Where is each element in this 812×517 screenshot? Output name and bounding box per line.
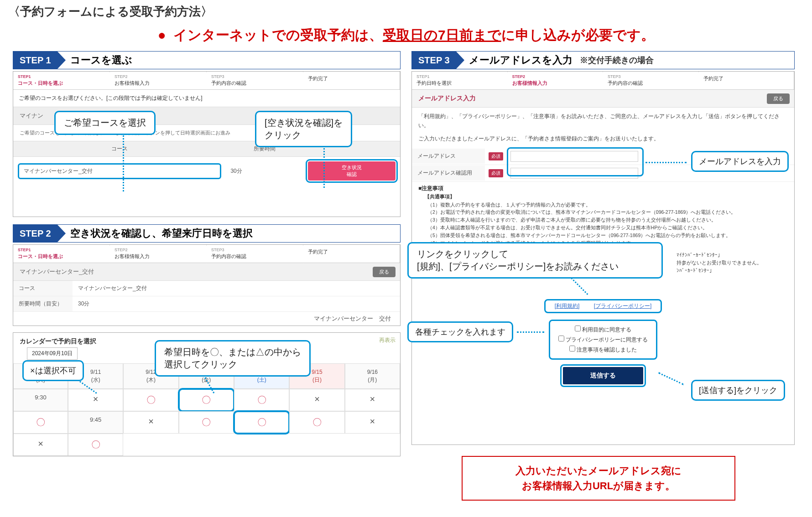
links-row: [利用規約] [プライバシーポリシー] [412, 295, 794, 317]
cal-head-5: 9/16(月) [345, 363, 400, 389]
step1-breadcrumbs: STEP1コース・日時を選ぶ STEP2お客様情報入力 STEP3予約内容の確認… [13, 72, 400, 90]
notice-subheading: 【共通事項】 [412, 193, 794, 200]
notice-heading: ■注意事項 [412, 182, 794, 193]
notice-item: （5）団体受領を希望される場合は、熊本市マイナンバーカードコールセンター（096… [427, 232, 779, 239]
crumb-step1[interactable]: STEP1コース・日時を選ぶ [13, 72, 110, 89]
crumb3-step2[interactable]: STEP2お客様情報入力 [508, 72, 604, 89]
notice-item: （3）受取時に本人確認を行いますので、必ず申請者ご本人が受取の際に必要な持ち物を… [427, 216, 779, 224]
required-badge: 必須 [489, 152, 503, 160]
crumb2-done: 予約完了 [303, 245, 400, 263]
course-name-select[interactable]: マイナンバーセンター_交付 [18, 163, 221, 179]
crumb2-step3: STEP3予約内容の確認 [207, 245, 303, 263]
callout-x-disabled: ×は選択不可 [22, 360, 84, 381]
step2-badge: STEP 2 [13, 225, 57, 242]
th-course: コース [13, 141, 226, 156]
cal-slot: × [289, 389, 344, 411]
crumb3-done: 予約完了 [699, 72, 795, 89]
cal-slot-highlight[interactable]: 〇 [179, 389, 234, 411]
callout-email-input: メールアドレスを入力 [691, 151, 789, 172]
check-agree-privacy[interactable]: プライバシーポリシーに同意する [558, 335, 648, 345]
step3-note: ※交付手続きの場合 [580, 55, 654, 66]
callout-pick-slot: 希望日時を〇、または△の中から 選択してクリック [155, 340, 311, 377]
step1-badge: STEP 1 [13, 52, 57, 69]
crumb-step3: STEP3予約内容の確認 [207, 72, 303, 89]
info-course: コース マイナンバーセンター_交付 [13, 281, 400, 296]
checks-block: 各種チェックを入れます 利用目的に同意する プライバシーポリシーに同意する 注意… [412, 317, 794, 364]
submit-button[interactable]: 送信する [563, 367, 643, 384]
cal-slot[interactable]: 〇 [179, 411, 234, 434]
step3-header: STEP 3 メールアドレスを入力 ※交付手続きの場合 [411, 51, 795, 69]
notice-item: （4）本人確認書類等が不足する場合は、お受け取りできません。交付通知書同封チラシ… [427, 224, 779, 232]
check-confirm-notice[interactable]: 注意事項を確認しました [558, 345, 648, 355]
callout-choose-course: ご希望コースを選択 [54, 111, 156, 135]
warning-suffix: に申し込みが必要です。 [501, 27, 655, 42]
info-course-label: コース [13, 281, 73, 296]
checkbox-icon[interactable] [575, 326, 581, 331]
notice-item: （2）お電話で予約された場合の変更や取消については、熊本市マイナンバーカードコー… [427, 208, 779, 216]
checkbox-icon[interactable] [569, 346, 575, 352]
course-row: マイナンバーセンター_交付 30分 空き状況 確認 [13, 157, 400, 185]
cal-slot: × [345, 411, 400, 434]
warning-underline: 受取日の7日前まで [383, 27, 501, 42]
availability-button[interactable]: 空き状況 確認 [308, 161, 396, 181]
page-title: 〈予約フォームによる受取予約方法〉 [0, 0, 812, 23]
crumb2-step1[interactable]: STEP1コース・日時を選ぶ [13, 245, 110, 263]
redisplay-link[interactable]: 再表示 [375, 335, 400, 346]
back-button-3[interactable]: 戻る [767, 93, 790, 104]
label-email-confirm: メールアドレス確認用 [412, 165, 485, 181]
info-time: 所要時間（目安） 30分 [13, 296, 400, 312]
step3-title: メールアドレスを入力 [469, 53, 573, 67]
crumb3-step1: STEP1予約日時を選択 [412, 72, 508, 89]
cal-slot: × [345, 389, 400, 411]
step3-panel: STEP1予約日時を選択 STEP2お客様情報入力 STEP3予約内容の確認 予… [411, 71, 795, 445]
crumb3-step3: STEP3予約内容の確認 [603, 72, 699, 89]
submit-wrap: 送信する [送信する]をクリック [412, 364, 794, 392]
step2-title: 空き状況を確認し、希望来庁日時を選択 [70, 227, 253, 240]
cal-slot[interactable]: 〇 [68, 434, 123, 456]
notice-item: （1）複数人の予約をする場合は、１人ずつ予約情報の入力が必要です。 [427, 201, 779, 209]
cal-slot[interactable]: 〇 [13, 411, 68, 434]
crumb-step2: STEP2お客様情報入力 [110, 72, 207, 89]
calendar-panel: カレンダーで予約日を選択 2024年09月10日 再表示 (火) 9/11(水)… [13, 332, 401, 456]
crumb-done: 予約完了 [303, 72, 400, 89]
required-badge: 必須 [489, 169, 503, 177]
cal-slot[interactable]: 〇 [289, 411, 344, 434]
step1-header: STEP 1 コースを選ぶ [13, 51, 401, 69]
step1-panel: STEP1コース・日時を選ぶ STEP2お客様情報入力 STEP3予約内容の確認… [13, 71, 401, 217]
warning-banner: インターネットでの受取予約は、受取日の7日前までに申し込みが必要です。 [0, 23, 812, 51]
callout-check-availability: [空き状況を確認]を クリック [255, 111, 352, 147]
cal-slot[interactable]: 〇 [123, 389, 178, 411]
step2-header: STEP 2 空き状況を確認し、希望来庁日時を選択 [13, 224, 401, 243]
callout-checks: 各種チェックを入れます [407, 321, 513, 342]
cal-slot: × [123, 411, 178, 434]
info-course-value: マイナンバーセンター_交付 [73, 281, 400, 296]
cal-slot[interactable]: 〇 [234, 389, 289, 411]
email-body2: ご入力いただきましたメールアドレスに、「予約者さま情報登録のご案内」をお送りいた… [412, 134, 794, 148]
final-message: 入力いただいたメールアドレス宛に お客様情報入力URLが届きます。 [462, 456, 735, 501]
callout-submit: [送信する]をクリック [691, 380, 785, 401]
step3-breadcrumbs: STEP1予約日時を選択 STEP2お客様情報入力 STEP3予約内容の確認 予… [412, 72, 794, 90]
info-time-value: 30分 [73, 296, 400, 311]
step2-subhead: マイナンバーセンター_交付 戻る [13, 263, 400, 281]
course-time: 30分 [226, 167, 303, 175]
step3-badge: STEP 3 [412, 52, 456, 69]
step1-instruction: ご希望のコースをお選びください。[この段階では予約は確定していません] [13, 90, 400, 107]
cal-slot-highlight[interactable]: 〇 [234, 411, 289, 434]
check-agree-purpose[interactable]: 利用目的に同意する [558, 325, 648, 335]
step2-caption: マイナンバーセンター 交付 [13, 312, 400, 326]
step1-title: コースを選ぶ [70, 53, 132, 67]
checks-highlight: 利用目的に同意する プライバシーポリシーに同意する 注意事項を確認しました [549, 320, 657, 360]
label-email: メールアドレス [412, 149, 485, 164]
link-privacy[interactable]: [プライバシーポリシー] [590, 301, 656, 311]
crumb2-step2: STEP2お客様情報入力 [110, 245, 207, 263]
email-inputs-highlight [507, 147, 644, 176]
cal-slot: × [13, 434, 68, 456]
step2-panel: STEP1コース・日時を選ぶ STEP2お客様情報入力 STEP3予約内容の確認… [13, 244, 401, 326]
cal-time-0: 9:30 [13, 389, 68, 411]
step2-breadcrumbs: STEP1コース・日時を選ぶ STEP2お客様情報入力 STEP3予約内容の確認… [13, 245, 400, 263]
checkbox-icon[interactable] [558, 336, 564, 341]
link-terms[interactable]: [利用規約] [551, 301, 583, 311]
calendar-date-input[interactable]: 2024年09月10日 [27, 347, 78, 360]
cal-time-1: 9:45 [68, 411, 123, 434]
back-button[interactable]: 戻る [373, 267, 396, 277]
